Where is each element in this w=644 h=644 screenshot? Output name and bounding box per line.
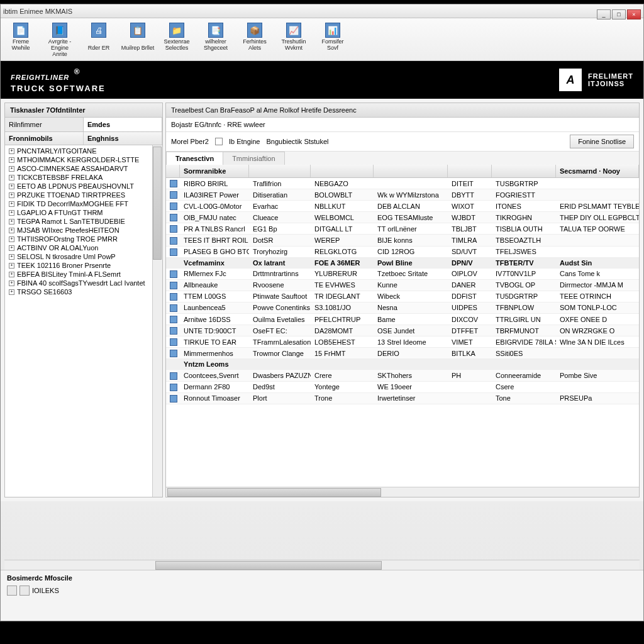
expand-icon[interactable]: +	[9, 166, 14, 172]
table-row[interactable]: TEES IT BHRT ROIL BRDotSRWEREPBIJE konns…	[166, 235, 639, 246]
tree-item[interactable]: +ASCO-CIMNEKSAE ASSAHDARVT	[8, 164, 160, 173]
status-icon-1[interactable]	[7, 586, 17, 596]
table-row[interactable]: PR A TNLBS RancrlEG1 BpDITGALL LTTT orlL…	[166, 223, 639, 235]
expand-icon[interactable]: +	[9, 201, 14, 207]
grid-h-scrollbar[interactable]	[166, 487, 639, 497]
table-row[interactable]: RIBRO BRIRLTraflifrionNEBGAZODITEITTUSBG…	[166, 178, 639, 189]
table-row[interactable]: UNTE TD:900CTOseFT EC:DA28MOMTOSE Jundet…	[166, 325, 639, 336]
expand-icon[interactable]: +	[9, 236, 14, 242]
expand-icon[interactable]: +	[9, 192, 14, 198]
minimize-button[interactable]: _	[597, 9, 611, 19]
table-row[interactable]: Ronnout TimoaserPlortTroneIrwertetinserT…	[166, 393, 639, 404]
expand-icon[interactable]: +	[9, 263, 14, 269]
filter-checkbox[interactable]	[215, 138, 223, 145]
brand-right-top: FRELIMERT	[588, 72, 633, 80]
toolbar-button-8[interactable]: 📊FomsiferSovf	[314, 21, 352, 60]
expand-icon[interactable]: +	[9, 184, 14, 189]
expand-icon[interactable]: +	[9, 210, 14, 216]
column-header[interactable]	[166, 165, 180, 177]
expand-icon[interactable]: +	[9, 175, 14, 180]
expand-icon[interactable]: +	[9, 148, 14, 154]
status-icon-2[interactable]	[19, 586, 30, 596]
expand-icon[interactable]: +	[9, 289, 14, 295]
expand-icon[interactable]: +	[9, 272, 14, 277]
tree-item[interactable]: +FBINA 40 scolfSagsTYwesdrt Lacl Ivantet	[8, 279, 160, 287]
table-cell	[166, 303, 180, 313]
column-header[interactable]: Secsmarnd · Nooy	[556, 165, 639, 177]
table-row[interactable]: PLASEG B GHO BTCTroryhozirgRELGKLOTGCID …	[166, 247, 639, 258]
sidebar-tab-1[interactable]: Rilnfimmer	[5, 118, 84, 131]
content-h-scroll-thumb[interactable]	[155, 561, 382, 570]
grid-tab-2[interactable]: Tmminsiaftion	[223, 152, 284, 165]
column-header[interactable]	[374, 165, 448, 177]
toolbar-button-4[interactable]: 📁SextenraeSelectles	[158, 21, 196, 60]
tree-item[interactable]: +PRZUKE TTOENAD TIRRTPREES	[8, 191, 160, 199]
table-cell	[166, 235, 180, 245]
tree-item[interactable]: +THTIISROFOrstng TROE PMRR	[8, 235, 160, 243]
toolbar-button-7[interactable]: 📈TreshutlinWvkrnt	[275, 21, 313, 60]
tree-item[interactable]: +TICKCBTEBSBF FRELAKA	[8, 173, 160, 182]
toolbar-button-3[interactable]: 📋Muilrep Brllet	[119, 21, 157, 60]
filter-button[interactable]: Fonine Snotlise	[570, 135, 634, 148]
table-row[interactable]: CVL-LO0G-0MotorEvarhacNBLLKUTDEB ALCLANW…	[166, 201, 639, 212]
expand-icon[interactable]: +	[9, 254, 14, 260]
tree-item[interactable]: +LGAPLIO A FTUnGT THRM	[8, 208, 160, 217]
column-header[interactable]	[448, 165, 492, 177]
toolbar-button-2[interactable]: 🖨Rder ER	[80, 21, 118, 60]
table-row[interactable]: RMlernex FJcDrttmntrartinnsYLUBRERURTzet…	[166, 269, 639, 280]
column-header[interactable]	[492, 165, 556, 177]
table-row[interactable]: Arnitwe 16DSSOuilma EvetaliesPFELCHTRUPB…	[166, 314, 639, 325]
tree-item[interactable]: +EETO AB LPDNUS PBEAUSHOVNLT	[8, 182, 160, 191]
tree-view[interactable]: +PNCNTARLY/ITGOITANE+MTHOIMMACK KERGROLD…	[5, 145, 162, 497]
column-header[interactable]: Sormranibke	[180, 165, 249, 177]
table-row[interactable]: OlB_FMJU natecClueaceWELBOMCLEOG TESAMlu…	[166, 212, 639, 223]
column-header[interactable]	[249, 165, 311, 177]
table-row[interactable]: Coontcees,SvenrtDwasbers PAZUZNBCrereSKT…	[166, 370, 639, 381]
tree-item[interactable]: +FIDIK TD DecorrlMaxMOGHEE FFT	[8, 199, 160, 208]
expand-icon[interactable]: +	[9, 219, 14, 225]
table-row[interactable]: Yntzm Leoms	[166, 359, 639, 370]
tree-item[interactable]: +MTHOIMMACK KERGROLDER-LSTTE	[8, 155, 160, 164]
sidebar-tab-2[interactable]: Emdes	[84, 118, 162, 131]
tree-item[interactable]: +SELOSL N tkrosadre Uml PowP	[8, 252, 160, 261]
table-row[interactable]: Launbencea5Powve ConentinksS3.1081/JONes…	[166, 303, 639, 314]
data-grid[interactable]: SormranibkeSecsmarnd · Nooy RIBRO BRIRLT…	[166, 165, 639, 487]
table-cell	[556, 386, 639, 388]
table-row[interactable]: MimmermenhosTrowmor Clange15 FrHMTDERIOB…	[166, 348, 639, 359]
toolbar-button-6[interactable]: 📦FerhintesAlets	[236, 21, 274, 60]
expand-icon[interactable]: +	[9, 157, 14, 163]
toolbar-button-5[interactable]: 📑wilhelrerShgeceet	[197, 21, 235, 60]
sidebar-col-1[interactable]: Fronnimobils	[5, 132, 84, 145]
tree-scroll-thumb[interactable]	[153, 147, 162, 260]
toolbar-button-1[interactable]: 📘Avrgrite - EngineAnrite	[41, 21, 79, 60]
table-row[interactable]: TIRKUE TO EARTFramrnLalesationLOB5EHEST1…	[166, 336, 639, 348]
sidebar-col-2[interactable]: Enghniss	[84, 132, 162, 145]
tree-item[interactable]: +PNCNTARLY/ITGOITANE	[8, 147, 160, 155]
table-cell: S3.1081/JO	[311, 303, 374, 313]
table-cell: Crere	[311, 370, 374, 380]
tree-item[interactable]: +TEEK 102116 Broner Prsenrte	[8, 261, 160, 270]
table-row[interactable]: AllbneaukeRvooseneTE EVHWESKunneDANERTVB…	[166, 280, 639, 291]
maximize-button[interactable]: □	[612, 9, 626, 19]
table-row[interactable]: TTEM L00GSPtinwate SauftootTR IDEGLANTWi…	[166, 291, 639, 303]
column-header[interactable]	[311, 165, 374, 177]
tree-item[interactable]: +MJSAB WIIxec PteefesHEITEON	[8, 226, 160, 235]
expand-icon[interactable]: +	[9, 228, 14, 233]
expand-icon[interactable]: +	[9, 245, 14, 251]
tree-item[interactable]: +TEGPA Ramot L SanTETBUDEBIE	[8, 217, 160, 226]
content-h-scrollbar[interactable]	[4, 560, 640, 570]
grid-h-scroll-thumb[interactable]	[167, 488, 381, 497]
status-title: Bosimerdc Mfoscile	[7, 574, 637, 582]
table-row[interactable]: ILA03IRET PowerDitiseratianBOLOWBLTWk w …	[166, 189, 639, 201]
close-button[interactable]: ×	[627, 9, 641, 19]
expand-icon[interactable]: +	[9, 280, 14, 286]
tree-scrollbar[interactable]	[152, 145, 162, 497]
tree-item[interactable]: +TRSGO SE16603	[8, 287, 160, 296]
tree-item[interactable]: +EBFEA BISLitey Tminl-A FLSemrt	[8, 270, 160, 279]
window-title: ibtim Enimee MKMAIS	[3, 8, 72, 15]
tree-item[interactable]: +ACTBINV OR ALOALYuon	[8, 243, 160, 252]
table-row[interactable]: VcefmaminxOx latrantFOE A 36MERPowl Blin…	[166, 258, 639, 269]
grid-tab-1[interactable]: Tranesctivn	[166, 152, 223, 165]
toolbar-button-0[interactable]: 📄FremeWwhile	[2, 21, 40, 60]
table-row[interactable]: Dermann 2F80Ded9stYontegeWE 19oeerCsere	[166, 382, 639, 393]
